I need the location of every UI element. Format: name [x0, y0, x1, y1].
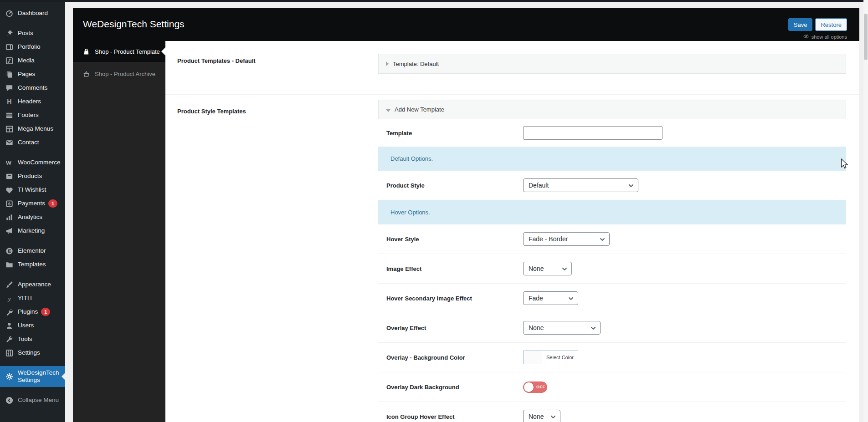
sidebar-item-label: Templates [18, 261, 46, 268]
yith-icon: y [5, 294, 14, 303]
select-value: None [529, 265, 544, 272]
settings-frame: WeDesignTech Settings Save Restore show … [73, 8, 859, 422]
sidebar-item-dashboard[interactable]: Dashboard [0, 6, 65, 20]
sidebar-item-elementor[interactable]: Elementor [0, 244, 65, 258]
settings-row-hover-style: Hover StyleFade - Border [378, 224, 846, 254]
sidebar-item-collapse-menu[interactable]: Collapse Menu [0, 393, 65, 407]
image-effect-select[interactable]: None [523, 262, 572, 275]
sidebar-item-label: Collapse Menu [18, 397, 59, 404]
sidebar-item-mega-menus[interactable]: Mega Menus [0, 122, 65, 136]
plugin-icon [5, 308, 14, 316]
bar-chart-icon [5, 213, 14, 222]
chevron-down-icon [596, 235, 605, 243]
icon-group-hover-effect-select[interactable]: None [523, 410, 560, 422]
sidebar-item-portfolio[interactable]: Portfolio [0, 40, 65, 54]
sidebar-item-headers[interactable]: HHeaders [0, 95, 65, 108]
scrollbar[interactable] [863, 0, 868, 422]
main-area: WeDesignTech Settings Save Restore show … [65, 0, 868, 422]
sidebar-item-contact[interactable]: Contact [0, 136, 65, 149]
overlay-dark-background-toggle[interactable]: OFF [523, 381, 547, 393]
overlay-effect-select[interactable]: None [523, 321, 601, 335]
color-swatch [524, 351, 542, 364]
sidebar-item-label: Contact [18, 139, 39, 146]
sidebar-item-posts[interactable]: Posts [0, 26, 65, 40]
sidebar-item-marketing[interactable]: Marketing [0, 224, 65, 238]
footers-icon [5, 111, 14, 120]
sidebar-item-templates[interactable]: Templates [0, 258, 65, 271]
svg-text:y: y [7, 294, 11, 302]
subnav-item-label: Shop - Product Template [95, 48, 160, 55]
sidebar-item-yith[interactable]: yYITH [0, 291, 65, 305]
sidebar-item-payments[interactable]: $Payments1 [0, 197, 65, 210]
sidebar-item-products[interactable]: Products [0, 169, 65, 183]
sidebar-item-label: YITH [18, 295, 32, 302]
sidebar-item-footers[interactable]: Footers [0, 108, 65, 122]
subnav-item-shop-product-archive[interactable]: Shop - Product Archive [73, 62, 165, 86]
sidebar-item-woocommerce[interactable]: WooCommerce [0, 156, 65, 169]
sidebar-item-comments[interactable]: Comments [0, 81, 65, 95]
basket-icon [82, 70, 90, 78]
restore-button[interactable]: Restore [815, 18, 847, 31]
hover-style-select[interactable]: Fade - Border [523, 232, 610, 246]
products-icon [5, 172, 14, 181]
section-bar-label: Hover Options. [390, 209, 430, 216]
section-product-templates: Product Templates - Default Template: De… [165, 41, 859, 95]
sidebar-item-ti-wishlist[interactable]: TI Wishlist [0, 183, 65, 197]
section-label: Product Templates - Default [165, 54, 378, 74]
caret-down-icon [386, 109, 390, 112]
gear-icon [5, 372, 14, 381]
update-count-badge: 1 [48, 199, 57, 208]
select-value: None [529, 324, 544, 331]
sidebar-item-tools[interactable]: Tools [0, 332, 65, 346]
svg-text:H: H [7, 98, 11, 105]
select-value: Fade [529, 295, 543, 302]
sidebar-item-label: Comments [18, 84, 47, 92]
sidebar-item-label: Footers [18, 112, 39, 119]
shopping-bag-icon [82, 48, 90, 56]
sidebar-item-appearance[interactable]: Appearance [0, 278, 65, 291]
sidebar-item-label: Users [18, 322, 34, 329]
save-button[interactable]: Save [788, 18, 813, 31]
show-all-options-toggle[interactable]: show all options [803, 33, 847, 41]
field-label: Image Effect [378, 265, 523, 272]
sidebar-item-media[interactable]: Media [0, 54, 65, 67]
hover-secondary-image-effect-select[interactable]: Fade [523, 291, 578, 305]
top-strip [0, 0, 868, 2]
payments-icon: $ [5, 199, 14, 208]
sidebar-item-wedesigntech-settings[interactable]: WeDesignTech Settings [0, 366, 65, 387]
product-style-select[interactable]: Default [523, 178, 638, 192]
sidebar-item-analytics[interactable]: Analytics [0, 210, 65, 224]
sidebar-item-users[interactable]: Users [0, 319, 65, 332]
sliders-icon [5, 349, 14, 357]
update-count-badge: 1 [41, 308, 50, 316]
section-bar-default-options: Default Options. [378, 147, 846, 171]
subnav-item-shop-product-template[interactable]: Shop - Product Template [73, 41, 165, 62]
sidebar-item-plugins[interactable]: Plugins1 [0, 305, 65, 319]
select-color-button[interactable]: Select Color [542, 351, 578, 364]
megaphone-icon [5, 227, 14, 235]
subnav-item-label: Shop - Product Archive [95, 71, 155, 77]
toggle-state-label: OFF [536, 385, 545, 389]
caret-right-icon [386, 61, 389, 66]
settings-row-image-effect: Image EffectNone [378, 254, 846, 284]
add-new-template-accordion[interactable]: Add New Template [378, 100, 846, 119]
overlay-background-color-picker[interactable]: Select Color [523, 351, 578, 364]
template-default-accordion[interactable]: Template: Default [378, 54, 846, 74]
scrollbar-thumb[interactable] [864, 14, 868, 60]
collapse-icon [5, 396, 14, 405]
field-label: Product Style [378, 182, 523, 189]
form-rows: TemplateDefault Options.Product StyleDef… [378, 119, 846, 422]
sidebar-item-pages[interactable]: Pages [0, 67, 65, 81]
accordion-label: Template: Default [393, 61, 439, 67]
template-input[interactable] [523, 126, 663, 140]
select-value: None [529, 413, 544, 420]
chevron-down-icon [565, 295, 574, 302]
settings-header: WeDesignTech Settings Save Restore show … [73, 8, 859, 41]
user-icon [5, 321, 14, 330]
sidebar-item-label: Marketing [18, 227, 45, 234]
sidebar-item-settings[interactable]: Settings [0, 346, 65, 360]
sidebar-item-label: Appearance [18, 281, 51, 288]
envelope-icon [5, 138, 14, 147]
settings-row-template: Template [378, 119, 846, 147]
settings-content: Product Templates - Default Template: De… [165, 41, 859, 422]
